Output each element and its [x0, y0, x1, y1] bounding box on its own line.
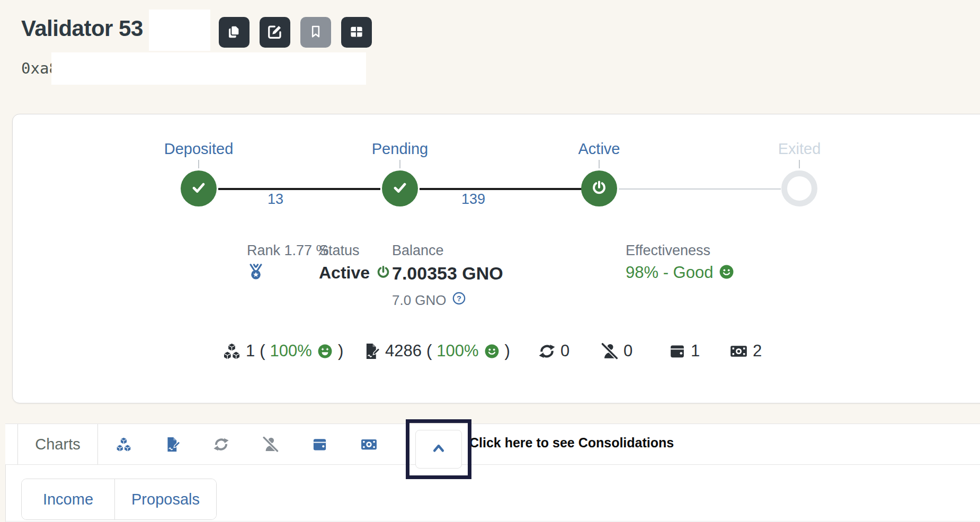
balance-label: Balance — [392, 242, 503, 259]
file-signature-icon[interactable] — [164, 436, 181, 453]
charts-icon-tabs — [115, 436, 378, 453]
paren: ( — [426, 341, 432, 361]
medal-icon — [247, 263, 265, 283]
step-label-active: Active — [578, 140, 620, 158]
step-label-pending: Pending — [372, 140, 428, 158]
step-tick — [799, 160, 800, 168]
withdrawals-counter: 1 — [669, 341, 700, 361]
balance-stat: Balance 7.00353 GNO 7.0 GNO ? — [392, 242, 503, 309]
smiley-icon — [718, 264, 735, 282]
rotate-icon[interactable] — [213, 436, 229, 453]
step-circle-deposited — [181, 170, 217, 206]
step-tick — [599, 160, 600, 168]
money-bill-icon — [729, 342, 748, 361]
deposits-counter: 2 — [729, 341, 762, 361]
circle-question-icon[interactable]: ? — [452, 291, 466, 309]
chevron-up-icon — [430, 439, 448, 460]
rank-label: Rank 1.77 % — [247, 242, 329, 259]
redaction-mask — [269, 258, 303, 296]
table-icon — [349, 24, 364, 41]
redaction-mask — [149, 10, 210, 51]
check-icon — [189, 178, 208, 199]
chart-subtabs: Income Proposals — [21, 479, 217, 520]
consolidations-toggle-button[interactable] — [415, 430, 462, 469]
edit-icon — [267, 24, 283, 41]
annotation-highlight-box — [406, 419, 471, 479]
tab-income[interactable]: Income — [22, 479, 114, 519]
user-slash-icon[interactable] — [262, 436, 279, 453]
effective-balance-value: 7.0 GNO — [392, 292, 447, 309]
check-icon — [390, 178, 409, 199]
attestations-percent: 100% — [436, 341, 478, 361]
cubes-icon[interactable] — [115, 436, 132, 453]
sync-counter: 0 — [538, 341, 569, 361]
step-tick — [399, 160, 400, 168]
epoch-value: 13 — [268, 191, 283, 208]
rotate-icon — [538, 343, 556, 360]
epoch-value: 139 — [461, 191, 485, 208]
table-view-button[interactable] — [341, 17, 372, 48]
copy-button[interactable] — [219, 17, 250, 48]
step-label-exited: Exited — [778, 140, 821, 158]
redaction-mask — [487, 197, 563, 215]
wallet-icon — [669, 343, 686, 360]
smiley-icon — [484, 343, 500, 359]
step-connector — [218, 188, 380, 190]
blocks-percent: 100% — [270, 341, 312, 361]
withdrawals-value: 1 — [691, 341, 700, 361]
blocks-value: 1 — [246, 341, 255, 361]
step-label-deposited: Deposited — [164, 140, 234, 158]
step-connector — [420, 188, 582, 190]
paren: ) — [338, 341, 343, 361]
svg-text:?: ? — [457, 294, 461, 303]
wallet-icon[interactable] — [311, 436, 328, 453]
deposits-value: 2 — [753, 341, 762, 361]
step-circle-exited — [781, 170, 817, 206]
annotation-text: Click here to see Consolidations — [469, 435, 674, 451]
money-bill-icon[interactable] — [360, 436, 378, 453]
validator-page: Validator 53 0xa8 — [0, 0, 980, 522]
effectiveness-value: 98% - Good — [626, 263, 713, 282]
attestations-value: 4286 — [385, 341, 422, 361]
effectiveness-stat: Effectiveness 98% - Good — [626, 242, 735, 282]
power-icon — [590, 178, 608, 199]
step-circle-active — [581, 170, 617, 206]
page-title: Validator 53 — [21, 16, 143, 41]
status-label: Status — [319, 242, 391, 259]
file-signature-icon — [363, 343, 380, 360]
step-tick — [198, 160, 199, 168]
sync-value: 0 — [560, 341, 569, 361]
balance-value: 7.00353 GNO — [392, 263, 503, 284]
bookmark-button[interactable] — [300, 17, 331, 48]
paren: ( — [260, 341, 265, 361]
copy-icon — [226, 24, 242, 41]
redaction-mask — [51, 52, 366, 85]
status-stat: Status Active — [319, 242, 391, 283]
edit-button[interactable] — [260, 17, 290, 48]
user-slash-icon — [600, 342, 619, 361]
redaction-mask — [284, 194, 377, 210]
cubes-icon — [222, 342, 241, 361]
star-smiley-icon — [317, 343, 333, 359]
effectiveness-label: Effectiveness — [626, 242, 735, 259]
bookmark-icon — [308, 24, 323, 41]
slashings-counter: 0 — [600, 341, 632, 361]
step-circle-pending — [382, 170, 418, 206]
status-value: Active — [319, 263, 370, 283]
power-icon — [375, 264, 391, 282]
tab-proposals[interactable]: Proposals — [114, 479, 216, 519]
tab-charts: Charts — [17, 424, 98, 464]
paren: ) — [505, 341, 510, 361]
divider — [5, 521, 980, 521]
slashings-value: 0 — [623, 341, 632, 361]
blocks-counter: 1(100% ) — [222, 341, 343, 361]
attestations-counter: 4286(100% ) — [363, 341, 510, 361]
step-connector — [619, 188, 781, 190]
